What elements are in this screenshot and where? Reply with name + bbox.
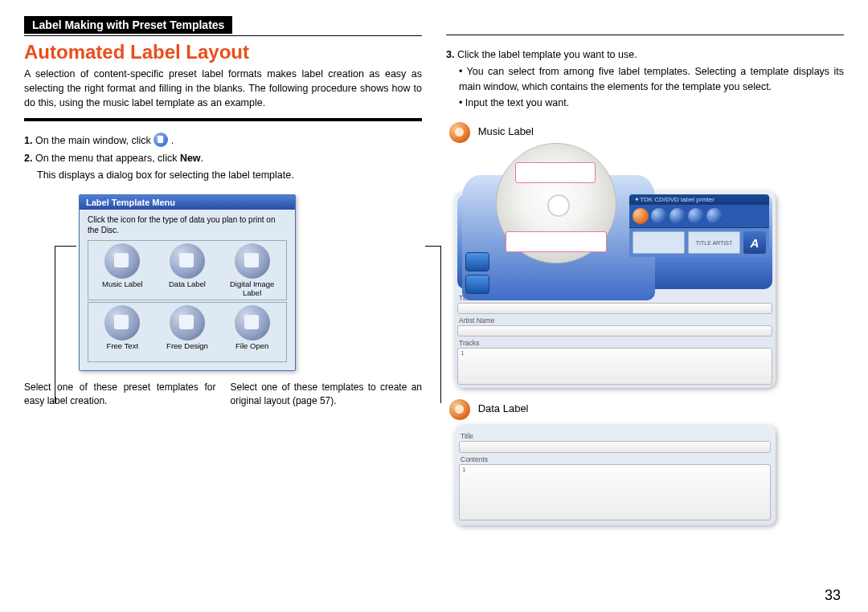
step-3-bullet-1: • You can select from among five label t…	[459, 64, 844, 96]
callout-right: Select one of these templates to create …	[231, 381, 423, 408]
step-2: 2. On the menu that appears, click New.	[24, 150, 422, 166]
template-group-presets: Music Label Data Label Digital Image Lab…	[88, 240, 287, 300]
artist-input[interactable]	[457, 325, 772, 337]
step-3: 3. Click the label template you want to …	[446, 47, 844, 63]
tracks-input[interactable]: 1	[457, 348, 772, 385]
contents-input[interactable]: 1	[459, 464, 771, 520]
print-button[interactable]	[465, 275, 489, 294]
tool-help-icon[interactable]	[688, 208, 704, 224]
template-music-label[interactable]: Music Label	[94, 243, 150, 298]
tool-edit-icon[interactable]	[669, 208, 686, 224]
music-label-app-window: ✦TDK CD/DVD label printer TITLE ARTIST A	[454, 191, 776, 388]
data-label-round-icon	[449, 399, 470, 420]
tool-settings-icon[interactable]	[706, 208, 723, 224]
file-open-icon	[235, 305, 270, 341]
free-design-icon	[170, 305, 205, 341]
callout-left: Select one of these preset templates for…	[24, 381, 216, 408]
template-group-free: Free Text Free Design File Open	[88, 302, 287, 362]
dialog-title: Label Template Menu	[80, 195, 295, 210]
template-free-text[interactable]: Free Text	[94, 305, 150, 360]
layout-thumb-1[interactable]	[633, 231, 685, 254]
step-2-sub: This displays a dialog box for selecting…	[37, 168, 422, 183]
disc-artist-field[interactable]	[506, 231, 607, 252]
music-label-heading: Music Label	[449, 122, 844, 143]
font-style-button[interactable]: A	[743, 231, 766, 254]
field-label-tracks: Tracks	[459, 339, 771, 347]
layout-thumb-2[interactable]: TITLE ARTIST	[688, 231, 740, 254]
step-2-number: 2.	[24, 153, 32, 164]
label-template-menu-dialog: Label Template Menu Click the icon for t…	[79, 194, 296, 371]
new-file-icon	[154, 133, 168, 147]
step-1-tail: .	[171, 135, 174, 146]
step-2-text-b: .	[201, 153, 203, 164]
title-input[interactable]	[457, 303, 772, 314]
page-title: Automated Label Layout	[24, 41, 422, 63]
tool-new-icon[interactable]	[651, 208, 667, 224]
intro-paragraph: A selection of content-specific preset l…	[24, 67, 422, 110]
step-2-bold: New	[180, 153, 201, 164]
step-3-text: Click the label template you want to use…	[457, 49, 637, 60]
app-top-panel: ✦TDK CD/DVD label printer TITLE ARTIST A	[457, 194, 772, 289]
data-label-app-window: Title Contents 1	[454, 425, 776, 525]
field-label-title: Title	[461, 432, 769, 440]
rule-thick	[24, 118, 422, 121]
rule-thin	[446, 16, 844, 35]
field-label-artist: Artist Name	[459, 316, 771, 324]
data-title-input[interactable]	[459, 441, 771, 453]
digital-image-label-icon	[235, 243, 270, 279]
app-brand-bar: ✦TDK CD/DVD label printer	[629, 194, 769, 205]
callout-line-right	[440, 246, 441, 403]
tool-music-icon[interactable]	[633, 208, 649, 224]
step-2-text-a: On the menu that appears, click	[35, 153, 180, 164]
data-label-icon	[170, 243, 205, 279]
music-label-round-icon	[449, 122, 470, 143]
template-data-label[interactable]: Data Label	[159, 243, 215, 298]
template-file-open[interactable]: File Open	[224, 305, 280, 360]
free-text-icon	[104, 305, 140, 341]
field-label-contents: Contents	[461, 455, 769, 463]
step-1-text: On the main window, click	[35, 135, 154, 146]
step-3-bullet-2: • Input the text you want.	[459, 96, 844, 111]
data-label-heading: Data Label	[449, 399, 844, 420]
toolbar	[629, 205, 769, 228]
rule-thin	[24, 35, 422, 36]
dialog-instruction: Click the icon for the type of data you …	[80, 210, 295, 237]
music-label-icon	[104, 243, 140, 279]
template-digital-image-label[interactable]: Digital Image Label	[224, 243, 280, 298]
step-3-number: 3.	[446, 49, 454, 60]
disc-title-field[interactable]	[515, 162, 596, 183]
page-number: 33	[825, 587, 841, 604]
eject-button[interactable]	[465, 252, 489, 271]
step-1: 1. On the main window, click .	[24, 133, 422, 149]
step-1-number: 1.	[24, 135, 32, 146]
section-header: Label Making with Preset Templates	[24, 16, 232, 34]
callout-line-left	[55, 246, 55, 403]
template-free-design[interactable]: Free Design	[159, 305, 215, 360]
